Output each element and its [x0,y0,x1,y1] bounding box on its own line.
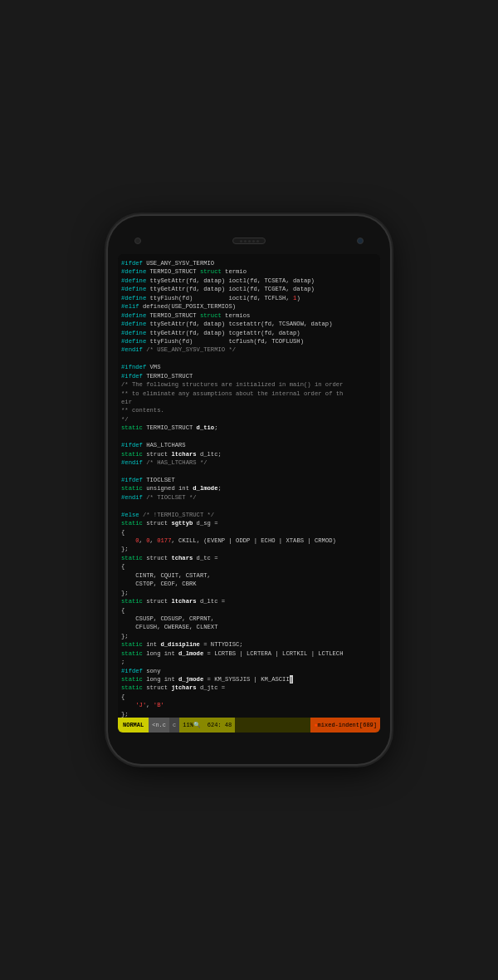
code-line: #endif /* HAS_LTCHARS */ [121,458,377,467]
code-line: #else /* !TERMIO_STRUCT */ [121,511,377,519]
code-line: CSUSP, CDSUSP, CRPRNT, [121,615,377,623]
code-line: #ifdef TERMIO_STRUCT [121,372,377,380]
speaker [232,238,266,244]
code-line: #define TERMIO_STRUCT struct termio [121,267,377,276]
code-line: static long int d_lmode = LCRTBS | LCRTE… [121,649,377,658]
code-line: #define ttySetAttr(fd, datap) tcsetattr(… [121,320,377,328]
code-line: }; [121,545,377,553]
code-line: #ifdef TIOCLSET [121,476,377,484]
code-line: CFLUSH, CWERASE, CLNEXT [121,623,377,631]
phone-top-bar [118,231,380,254]
code-line: { [121,528,377,537]
code-line: #define ttyGetAttr(fd, datap) ioctl(fd, … [121,285,377,293]
code-line: static unsigned int d_lmode; [121,484,377,492]
camera-dot [134,238,141,244]
code-line: #define ttyGetAttr(fd, datap) tcgetattr(… [121,329,377,337]
code-line: static struct sgttyb d_sg = [121,519,377,527]
code-line: static struct ltchars d_ltc; [121,450,377,458]
code-line [121,468,377,476]
status-percent: 11% 🔍 [179,718,204,733]
code-line: }; [121,589,377,597]
front-camera [357,238,364,244]
code-line: #endif /* TIOCLSET */ [121,493,377,502]
code-line [121,355,377,363]
code-line: static int d_disipline = NTTYDISC; [121,640,377,649]
code-line: 0, 0, 0177, CKILL, (EVENP | ODDP | ECHO … [121,537,377,545]
phone-bottom-bar [118,733,380,749]
code-line: #endif /* USE_ANY_SYSV_TERMIO */ [121,345,377,354]
status-warning: ● mixed-indent[689] [310,718,380,733]
status-bar: NORMAL <n.c c 11% 🔍 624: 48 ● mixed-inde… [118,718,380,733]
code-line: #ifdef HAS_LTCHARS [121,441,377,449]
code-line: CINTR, CQUIT, CSTART, [121,571,377,580]
status-file: <n.c [149,718,169,733]
code-line: ** contents. [121,406,377,414]
code-line: static struct ltchars d_ltc = [121,597,377,605]
status-position: 624: 48 [204,718,235,733]
code-line: #ifndef VMS [121,363,377,371]
code-editor[interactable]: #ifdef USE_ANY_SYSV_TERMIO #define TERMI… [118,254,380,718]
code-line: static struct tchars d_tc = [121,554,377,562]
code-line: static long int d_jmode = KM_SYSSJIS | K… [121,675,377,684]
status-filetype: c [169,718,179,733]
code-line: #define ttySetAttr(fd, datap) ioctl(fd, … [121,277,377,285]
code-line: #ifdef sony [121,667,377,675]
status-mode: NORMAL [118,718,149,733]
code-line: */ [121,415,377,424]
code-line: { [121,562,377,571]
code-line: }; [121,632,377,640]
code-line: ; [121,658,377,666]
code-line [121,433,377,441]
code-line: { [121,606,377,615]
screen: #ifdef USE_ANY_SYSV_TERMIO #define TERMI… [118,254,380,733]
code-line: /* The following structures are initiali… [121,380,377,389]
code-line: }; [121,710,377,718]
code-line: CSTOP, CEOF, CBRK [121,580,377,588]
code-line: 'J', 'B' [121,701,377,709]
code-line: static struct jtchars d_jtc = [121,684,377,692]
code-line: static TERMIO_STRUCT d_tio; [121,424,377,432]
code-line: #define ttyFlush(fd) ioctl(fd, TCFLSH, 1… [121,294,377,302]
code-line: #ifdef USE_ANY_SYSV_TERMIO [121,259,377,267]
code-line: eir [121,398,377,406]
code-line: #define ttyFlush(fd) tcflush(fd, TCOFLUS… [121,337,377,345]
code-line: ** to eliminate any assumptions about th… [121,390,377,398]
code-line: #elif defined(USE_POSIX_TERMIOS) [121,302,377,311]
code-line [121,502,377,510]
code-line: #define TERMIO_STRUCT struct termios [121,311,377,320]
phone: #ifdef USE_ANY_SYSV_TERMIO #define TERMI… [108,216,390,764]
code-line: { [121,693,377,701]
